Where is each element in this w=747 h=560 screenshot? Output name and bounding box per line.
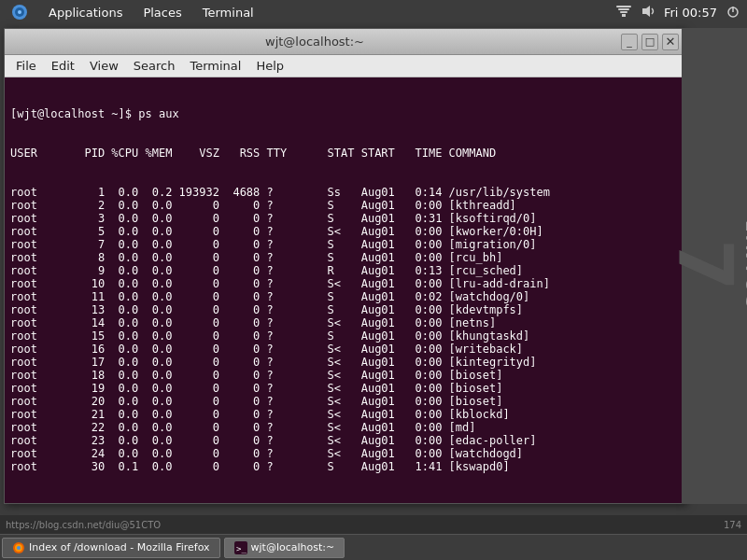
table-row: root 15 0.0 0.0 0 0 ? S Aug01 0:00 [khun… [10,329,679,343]
terminal-menubar: File Edit View Search Terminal Help [5,55,684,77]
terminal-titlebar: wjt@localhost:~ _ □ ✕ [5,29,684,55]
menu-file[interactable]: File [8,57,44,75]
system-time: Fri 00:57 [664,6,717,20]
table-row: root 20 0.0 0.0 0 0 ? S< Aug01 0:00 [bio… [10,395,679,408]
prompt-line: [wjt@localhost ~]$ ps aux [10,107,679,120]
table-row: root 3 0.0 0.0 0 0 ? S Aug01 0:31 [ksoft… [10,212,679,225]
table-row: root 14 0.0 0.0 0 0 ? S< Aug01 0:00 [net… [10,316,679,329]
sys-bar-right: Fri 00:57 [615,3,741,22]
maximize-button[interactable]: □ [641,34,658,50]
svg-rect-6 [616,6,631,7]
menu-edit[interactable]: Edit [44,57,82,75]
table-row: root 19 0.0 0.0 0 0 ? S< Aug01 0:00 [bio… [10,382,679,395]
page-info: 174 [724,520,741,530]
taskbar: Index of /download - Mozilla Firefox >_ … [0,534,747,560]
svg-marker-7 [642,6,650,17]
table-row: root 9 0.0 0.0 0 0 ? R Aug01 0:13 [rcu_s… [10,264,679,277]
status-bar: https://blog.csdn.net/diu@51CTO 174 [0,515,747,534]
system-bar: Applications Places Terminal Fri 00:57 [0,0,747,24]
version-number: 7 [668,239,742,293]
table-row: root 30 0.1 0.0 0 0 ? S Aug01 1:41 [kswa… [10,460,679,473]
table-row: root 13 0.0 0.0 0 0 ? S Aug01 0:00 [kdev… [10,303,679,316]
table-row: root 5 0.0 0.0 0 0 ? S< Aug01 0:00 [kwor… [10,225,679,238]
table-row: root 17 0.0 0.0 0 0 ? S< Aug01 0:00 [kin… [10,356,679,369]
svg-rect-5 [618,8,629,10]
menu-help[interactable]: Help [248,57,291,75]
table-row: root 24 0.0 0.0 0 0 ? S< Aug01 0:00 [wat… [10,447,679,460]
table-row: root 10 0.0 0.0 0 0 ? S< Aug01 0:00 [lru… [10,277,679,290]
firefox-label: Index of /download - Mozilla Firefox [29,541,210,553]
menu-search[interactable]: Search [126,57,183,75]
network-icon [615,3,632,22]
firefox-icon [12,541,25,554]
terminal-title: wjt@localhost:~ [10,35,619,49]
status-url: https://blog.csdn.net/diu@51CTO [6,520,161,530]
volume-icon [640,3,656,22]
svg-point-2 [18,10,21,14]
sys-bar-left: Applications Places Terminal [6,2,260,22]
close-button[interactable]: ✕ [662,34,679,50]
table-row: root 16 0.0 0.0 0 0 ? S< Aug01 0:00 [wri… [10,343,679,356]
table-row: root 1 0.0 0.2 193932 4688 ? Ss Aug01 0:… [10,186,679,199]
distro-icon [6,2,34,22]
terminal-content[interactable]: [wjt@localhost ~]$ ps aux USER PID %CPU … [5,77,684,503]
svg-point-12 [17,546,21,550]
table-row: root 23 0.0 0.0 0 0 ? S< Aug01 0:00 [eda… [10,434,679,447]
table-row: root 8 0.0 0.0 0 0 ? S Aug01 0:00 [rcu_b… [10,251,679,264]
minimize-button[interactable]: _ [621,34,638,50]
terminal-window: wjt@localhost:~ _ □ ✕ File Edit View Sea… [4,28,685,504]
svg-rect-3 [622,14,626,17]
applications-menu[interactable]: Applications [43,4,128,21]
table-row: root 18 0.0 0.0 0 0 ? S< Aug01 0:00 [bio… [10,369,679,382]
taskbar-firefox[interactable]: Index of /download - Mozilla Firefox [2,538,220,558]
svg-rect-4 [620,11,627,13]
terminal-taskbar-icon: >_ [234,541,247,554]
win-controls: _ □ ✕ [619,34,679,50]
output-header: USER PID %CPU %MEM VSZ RSS TTY STAT STAR… [10,147,679,160]
svg-text:>_: >_ [236,544,247,553]
table-row: root 11 0.0 0.0 0 0 ? S Aug01 0:02 [watc… [10,290,679,303]
power-icon[interactable] [725,3,741,22]
menu-view[interactable]: View [82,57,126,75]
table-row: root 22 0.0 0.0 0 0 ? S< Aug01 0:00 [md] [10,421,679,434]
table-row: root 2 0.0 0.0 0 0 ? S Aug01 0:00 [kthre… [10,199,679,212]
table-row: root 7 0.0 0.0 0 0 ? S Aug01 0:00 [migra… [10,238,679,251]
terminal-taskbar-label: wjt@localhost:~ [251,541,335,553]
menu-terminal[interactable]: Terminal [182,57,248,75]
places-menu[interactable]: Places [137,4,187,21]
output-rows: root 1 0.0 0.2 193932 4688 ? Ss Aug01 0:… [10,186,679,473]
watermark: LINTOS 7 [682,28,747,504]
table-row: root 21 0.0 0.0 0 0 ? S< Aug01 0:00 [kbl… [10,408,679,421]
taskbar-terminal[interactable]: >_ wjt@localhost:~ [224,538,345,558]
terminal-menu[interactable]: Terminal [197,4,260,21]
